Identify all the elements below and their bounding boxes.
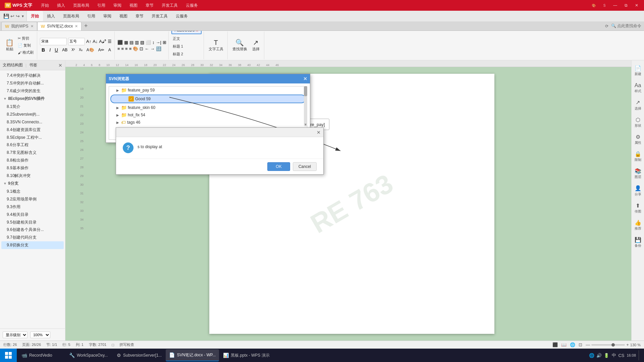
restore-button[interactable]: ⧉ bbox=[621, 1, 631, 9]
indent-dec-button[interactable]: ← bbox=[145, 46, 149, 51]
align-left2-button[interactable]: ≡ bbox=[117, 46, 120, 51]
upload-button[interactable]: ⬆ 传图 bbox=[633, 200, 643, 216]
font-shrink-icon[interactable]: A↓ bbox=[93, 39, 98, 44]
wps-account[interactable]: S bbox=[600, 1, 609, 9]
tab-start[interactable]: 开始 bbox=[27, 11, 43, 21]
zoom-select[interactable]: 100% bbox=[30, 331, 50, 338]
nav-item-7.4[interactable]: 7.4冲突的手动解决 bbox=[1, 72, 64, 79]
style-heading2[interactable]: 标题 2 bbox=[171, 51, 202, 57]
distribute-button[interactable]: ⬜ bbox=[146, 40, 151, 45]
menu-chapter[interactable]: 章节 bbox=[142, 0, 158, 11]
svn-tree-feature-pay[interactable]: ▶ 📁 feature_pay 59 bbox=[109, 86, 307, 94]
nav-item-9.6[interactable]: 9.6创建各个具体分... bbox=[1, 226, 64, 234]
nav-item-8.3[interactable]: 8.3SVN Connecto... bbox=[1, 118, 64, 126]
nav-item-7.5[interactable]: 7.5冲突的半自动解... bbox=[1, 79, 64, 87]
tab-dev[interactable]: 开发工具 bbox=[148, 11, 172, 21]
taskbar-pptx[interactable]: 📊 黑板.pptx - WPS 演示 bbox=[220, 349, 273, 361]
menu-dev[interactable]: 开发工具 bbox=[158, 0, 182, 11]
ok-button[interactable]: OK bbox=[267, 162, 290, 171]
nav-item-8.2[interactable]: 8.2Subversive的... bbox=[1, 111, 64, 118]
minimize-button[interactable]: — bbox=[610, 1, 620, 9]
table-button[interactable]: ⊞ bbox=[163, 40, 166, 45]
nav-item-8.5[interactable]: 8.5Eclipse 工程中... bbox=[1, 134, 64, 141]
align-left-button[interactable]: ⬛ bbox=[117, 40, 123, 45]
font-size-input[interactable] bbox=[68, 38, 85, 45]
redo-icon[interactable]: ↪ bbox=[16, 13, 20, 19]
nav-section-8[interactable]: ▼ 8Eclipse的SVN插件 bbox=[1, 95, 64, 103]
doc-actions-icon[interactable]: ⟳ bbox=[605, 24, 608, 28]
doc-tab-active[interactable]: W SVN笔记.docx ✕ bbox=[37, 22, 82, 31]
nav-item-9.5[interactable]: 9.5创建相关目录 bbox=[1, 219, 64, 226]
find-bar-icon[interactable]: 🔍 点此查找命令 bbox=[611, 23, 641, 29]
italic-button[interactable]: I bbox=[48, 47, 52, 53]
taskbar-svnserver[interactable]: ⚙ SubversionServer[1... bbox=[113, 349, 165, 361]
doc-tab-close[interactable]: ✕ bbox=[75, 24, 78, 28]
tab-insert[interactable]: 插入 bbox=[43, 11, 59, 21]
format-brush-button[interactable]: 🖌 格式刷 bbox=[16, 49, 35, 56]
tab-review[interactable]: 审阅 bbox=[99, 11, 115, 21]
menu-reference[interactable]: 引用 bbox=[93, 0, 109, 11]
tab-view[interactable]: 视图 bbox=[115, 11, 131, 21]
align-right2-button[interactable]: ≡ bbox=[125, 46, 128, 51]
find-replace-button[interactable]: 🔍 查找替换 bbox=[230, 33, 249, 59]
nav-item-8.7[interactable]: 8.7常见图标含义 bbox=[1, 149, 64, 157]
svn-tree-good59[interactable]: ✓ Good 59 bbox=[110, 95, 306, 103]
strikethrough-button[interactable]: AB bbox=[61, 47, 69, 53]
view-web-icon[interactable]: 🌐 bbox=[570, 342, 575, 347]
indent-inc-button[interactable]: → bbox=[150, 46, 155, 51]
save-icon[interactable]: 💾 bbox=[3, 13, 9, 19]
scrollbar-down[interactable]: ▼ bbox=[304, 123, 307, 126]
nav-item-8.9[interactable]: 8.9基本操作 bbox=[1, 164, 64, 172]
cancel-button[interactable]: Cancel bbox=[293, 162, 317, 171]
text-tool-button[interactable]: T 文字工具 bbox=[207, 33, 225, 59]
align-right-button[interactable]: ▤ bbox=[129, 40, 133, 45]
border-button[interactable]: ⊡ bbox=[140, 46, 143, 51]
column-button[interactable]: ▧ bbox=[140, 40, 144, 45]
property-button[interactable]: ⚙ 属性 bbox=[633, 132, 643, 147]
tray-network[interactable]: 🌐 bbox=[589, 353, 594, 358]
dropdown-arrow[interactable]: ▼ bbox=[21, 14, 24, 18]
shape-button[interactable]: ⬡ 形状 bbox=[633, 115, 643, 130]
menu-view[interactable]: 视图 bbox=[125, 0, 142, 11]
nav-item-8.1[interactable]: 8.1简介 bbox=[1, 103, 64, 111]
start-button[interactable] bbox=[0, 349, 17, 362]
sort-button[interactable]: 🔢 bbox=[156, 46, 161, 51]
svn-tree-hot-fix[interactable]: ▶ 📁 hot_fix 54 bbox=[109, 111, 307, 119]
cut-button[interactable]: ✂ 剪切 bbox=[16, 35, 35, 42]
show-desktop-button[interactable] bbox=[639, 350, 641, 360]
tab-reference[interactable]: 引用 bbox=[83, 11, 99, 21]
left-panel-close-button[interactable]: ✕ bbox=[58, 63, 62, 68]
taskbar-svndoc[interactable]: 📄 SVN笔记.docx - WP... bbox=[166, 349, 219, 361]
tab-chapter[interactable]: 章节 bbox=[131, 11, 148, 21]
nav-item-8.10[interactable]: 8.10解决冲突 bbox=[1, 172, 64, 180]
zoom-slider[interactable] bbox=[591, 344, 625, 346]
select-button[interactable]: ↗ 选择 bbox=[250, 33, 262, 59]
svn-tree-tags[interactable]: ▶ 🏷 tags 46 bbox=[109, 119, 307, 126]
svn-dialog-close-button[interactable]: ✕ bbox=[303, 76, 307, 81]
style-normal[interactable]: AaBbCcDd A bbox=[171, 31, 202, 34]
underline-button[interactable]: U bbox=[53, 47, 59, 53]
view-normal-icon[interactable]: ⬛ bbox=[552, 342, 558, 347]
taskbar-recordvedio[interactable]: 📹 RecordVedio bbox=[18, 349, 65, 361]
style-heading1[interactable]: 标题 1 bbox=[171, 43, 202, 50]
layer-button[interactable]: 📚 图层 bbox=[633, 166, 643, 181]
copy-button[interactable]: 📄 复制 bbox=[16, 42, 35, 49]
dialog-scrollbar[interactable]: ▼ bbox=[304, 86, 307, 126]
align-center2-button[interactable]: ≡ bbox=[121, 46, 124, 51]
zoom-out-button[interactable]: — bbox=[586, 342, 590, 347]
paste-button[interactable]: 📋 粘贴 bbox=[3, 33, 16, 59]
font-family-input[interactable] bbox=[40, 38, 67, 45]
menu-insert[interactable]: 插入 bbox=[53, 0, 69, 11]
wps-logo[interactable]: W WPS 文字 bbox=[0, 0, 37, 11]
status-mode[interactable]: □ bbox=[112, 343, 114, 347]
tab-page-layout[interactable]: 页面布局 bbox=[59, 11, 83, 21]
indent-button[interactable]: →| bbox=[156, 40, 161, 45]
tab-cloud[interactable]: 云服务 bbox=[172, 11, 192, 21]
subscript-button[interactable]: X₂ bbox=[77, 48, 84, 52]
scrollbar-thumb[interactable] bbox=[304, 86, 307, 96]
nav-section-9[interactable]: ▼ 9分支 bbox=[1, 179, 64, 188]
tray-volume[interactable]: 🔊 bbox=[596, 353, 602, 358]
nav-item-9.8[interactable]: 9.8切换分支 bbox=[1, 241, 64, 249]
zoom-in-button[interactable]: + bbox=[626, 342, 629, 347]
wps-tab[interactable]: W 我的WPS ✕ bbox=[1, 22, 37, 31]
